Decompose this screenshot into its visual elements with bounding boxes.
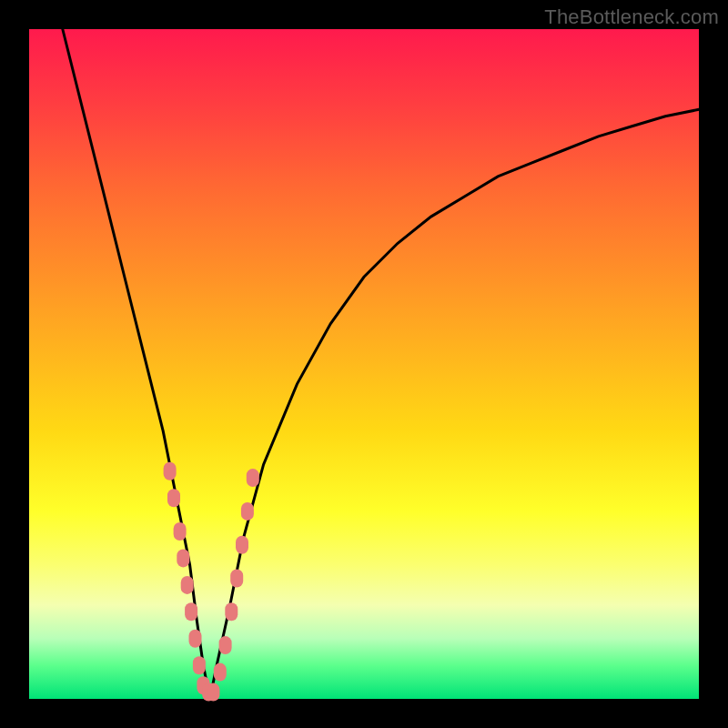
marker-point xyxy=(167,489,180,507)
marker-point xyxy=(174,522,187,541)
bottleneck-curve xyxy=(63,29,699,699)
watermark-text: TheBottleneck.com xyxy=(544,5,719,29)
marker-point xyxy=(236,536,248,554)
marker-point xyxy=(164,462,177,480)
marker-point xyxy=(207,683,219,702)
marker-point xyxy=(241,502,254,521)
marker-point xyxy=(181,576,194,594)
marker-point xyxy=(177,549,189,567)
marker-point xyxy=(225,602,238,621)
marker-point xyxy=(214,663,227,682)
plot-area xyxy=(29,29,699,699)
marker-point xyxy=(230,570,243,588)
marker-point xyxy=(185,602,197,621)
marker-point xyxy=(247,469,259,487)
chart-svg xyxy=(29,29,699,699)
chart-frame: TheBottleneck.com xyxy=(0,0,728,728)
highlight-markers xyxy=(164,462,259,702)
marker-point xyxy=(193,656,206,674)
marker-point xyxy=(189,630,202,648)
marker-point xyxy=(219,636,232,654)
